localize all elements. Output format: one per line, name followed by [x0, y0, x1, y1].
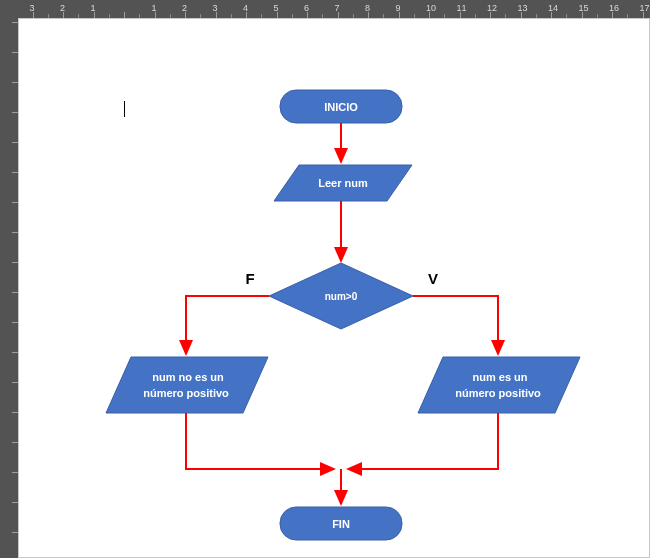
svg-text:FIN: FIN	[332, 518, 350, 530]
arrow-decision-true	[413, 296, 498, 354]
svg-marker-10	[418, 357, 580, 413]
document-page[interactable]: INICIO Leer num num>0 F V num no es un n…	[18, 18, 650, 558]
ruler-vertical[interactable]	[0, 18, 18, 558]
svg-text:número positivo: número positivo	[143, 387, 229, 399]
node-start[interactable]: INICIO	[280, 90, 402, 123]
node-decision[interactable]: num>0	[269, 263, 413, 329]
arrow-decision-false	[186, 296, 269, 354]
svg-text:num>0: num>0	[325, 291, 358, 302]
node-read[interactable]: Leer num	[274, 165, 412, 201]
svg-text:número positivo: número positivo	[455, 387, 541, 399]
node-end[interactable]: FIN	[280, 507, 402, 540]
label-true: V	[428, 270, 438, 287]
node-result-false[interactable]: num no es un número positivo	[106, 357, 268, 413]
svg-text:Leer num: Leer num	[318, 177, 368, 189]
svg-text:num es un: num es un	[472, 371, 527, 383]
node-result-true[interactable]: num es un número positivo	[418, 357, 580, 413]
arrow-true-merge	[348, 413, 498, 469]
svg-marker-7	[106, 357, 268, 413]
flowchart-canvas: INICIO Leer num num>0 F V num no es un n…	[18, 18, 650, 558]
svg-text:num no es un: num no es un	[152, 371, 224, 383]
label-false: F	[245, 270, 254, 287]
svg-text:INICIO: INICIO	[324, 101, 358, 113]
ruler-horizontal[interactable]: 3211234567891011121314151617	[0, 0, 650, 18]
arrow-false-merge	[186, 413, 334, 469]
